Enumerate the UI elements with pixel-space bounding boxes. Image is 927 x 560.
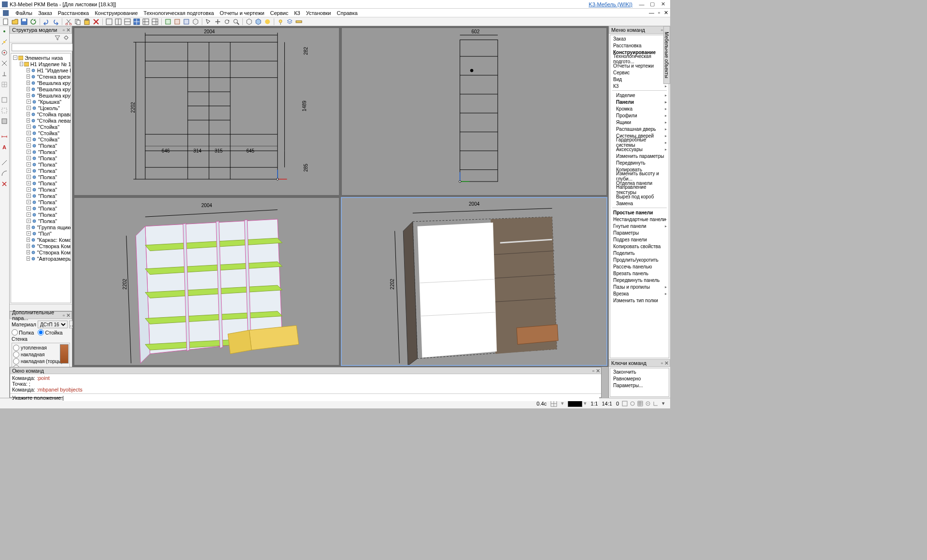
tree-item[interactable]: +"Створка Ком	[11, 243, 70, 249]
view-front-icon[interactable]	[173, 18, 181, 26]
cmd-input[interactable]	[63, 394, 600, 401]
key-item[interactable]: Равномерно	[610, 375, 669, 382]
menu-cmd-item[interactable]: Изменить тип полки	[610, 297, 669, 304]
tree-item[interactable]: −Элементы низа	[11, 55, 70, 61]
sb-grid-icon[interactable]	[636, 400, 644, 407]
menu-cmd-item[interactable]: Кромка	[610, 105, 669, 112]
menu-cmd-item[interactable]: Распашная дверь	[610, 126, 669, 132]
menu-service[interactable]: Сервис	[270, 10, 289, 16]
undo-icon[interactable]	[42, 18, 50, 26]
menu-cmd-item[interactable]: Технологическая подгото...	[610, 56, 669, 62]
mdi-minimize[interactable]: —	[649, 10, 654, 16]
menu-help[interactable]: Справка	[337, 10, 357, 16]
mdi-restore[interactable]: ▫	[658, 10, 660, 16]
menu-cmd-item[interactable]: Ящики	[610, 119, 669, 126]
search-input[interactable]	[12, 43, 76, 51]
tree-item[interactable]: +"Полка"	[11, 205, 70, 211]
snap-endpoint-icon[interactable]	[1, 28, 9, 36]
view-side-icon[interactable]	[183, 18, 190, 26]
menu-tech[interactable]: Технологическая подготовка	[143, 10, 214, 16]
cut-icon[interactable]	[65, 18, 72, 26]
tree-item[interactable]: +"Полка"	[11, 199, 70, 205]
tree-item[interactable]: +"Стойка"	[11, 136, 70, 142]
menu-cmd-item[interactable]: Параметры	[610, 229, 669, 236]
menu-files[interactable]: Файлы	[15, 10, 32, 16]
wiki-link[interactable]: K3-Мебель (WIKI)	[589, 1, 632, 7]
menu-cmd-item[interactable]: Отчеты и чертежи	[610, 62, 669, 69]
menu-cmd-item[interactable]: Передвинуть панель	[610, 277, 669, 283]
menu-cmd-item[interactable]: Продлить/укоротить	[610, 256, 669, 263]
menu-cmd-item[interactable]: Расстановка	[610, 42, 669, 49]
menu-cmd-item[interactable]: Простые панели	[610, 209, 669, 216]
menu-cmd-list[interactable]: ЗаказРасстановкаКонструированиеТехнологи…	[610, 35, 669, 358]
tree-item[interactable]: +"Каркас: Кома	[11, 237, 70, 243]
menu-cmd-item[interactable]: Поделить	[610, 250, 669, 256]
tree-item[interactable]: +"Полка"	[11, 180, 70, 186]
delete-icon[interactable]	[92, 18, 100, 26]
menu-cmd-item[interactable]: К3	[610, 83, 669, 89]
radio-polka[interactable]: Полка	[12, 329, 34, 336]
radio-stoyka[interactable]: Стойка	[38, 329, 62, 336]
menu-cmd-item[interactable]: Профили	[610, 112, 669, 119]
cmd-header[interactable]: Окно команд ▫✕	[10, 367, 601, 374]
cmd-pin-icon[interactable]: ▫	[592, 368, 594, 374]
close-button[interactable]: ✕	[658, 1, 668, 7]
menu-cmd-item[interactable]: Аксессуары	[610, 146, 669, 153]
wireframe-icon[interactable]	[245, 18, 253, 26]
params-pin-icon[interactable]: ▫	[63, 312, 65, 319]
view-top-icon[interactable]	[164, 18, 172, 26]
light-icon[interactable]	[277, 18, 284, 26]
dims-icon[interactable]	[1, 133, 9, 141]
vp1-icon[interactable]	[105, 18, 113, 26]
menu-cmd-item[interactable]: Подрез панели	[610, 236, 669, 243]
menu-cmd-item[interactable]: Направление текстуры	[610, 186, 669, 193]
menu-k3[interactable]: К3	[294, 10, 300, 16]
gear-icon[interactable]	[63, 35, 70, 42]
tree-item[interactable]: +"Стойка"	[11, 130, 70, 136]
menu-cmd-item[interactable]: Врезка	[610, 290, 669, 297]
paste-icon[interactable]	[83, 18, 91, 26]
view-shaded2-icon[interactable]	[1, 118, 9, 126]
tree-item[interactable]: +"Полка"	[11, 211, 70, 218]
tree-item[interactable]: −Н1 Изделие № 1	[11, 61, 70, 67]
menu-cmd-item[interactable]: Вид	[610, 76, 669, 83]
menu-cmd-item[interactable]: Замена	[610, 200, 669, 207]
copy-icon[interactable]	[74, 18, 82, 26]
tree-panel-header[interactable]: Структура модели ▫✕	[10, 26, 72, 34]
minimize-button[interactable]: —	[636, 1, 647, 7]
rotate-icon[interactable]	[223, 18, 231, 26]
menu-cmd-item[interactable]: Изменить параметры	[610, 153, 669, 159]
maximize-button[interactable]: ▢	[647, 1, 658, 7]
filter-icon[interactable]	[55, 35, 61, 42]
tree-item[interactable]: +"Полка"	[11, 174, 70, 180]
tree-item[interactable]: +"Створка Ком	[11, 249, 70, 255]
snap-intersect-icon[interactable]	[1, 60, 9, 68]
tree-item[interactable]: +"Стойка левая	[11, 117, 70, 124]
redo-icon[interactable]	[52, 18, 59, 26]
menu-cmd-item[interactable]: Гнутые панели	[610, 223, 669, 229]
zoom-icon[interactable]	[232, 18, 240, 26]
text-icon[interactable]: A	[1, 144, 9, 152]
vp2-icon[interactable]	[114, 18, 122, 26]
sb-icon1[interactable]	[621, 400, 629, 407]
menu-cmd-item[interactable]: Заказ	[610, 35, 669, 42]
vp6-icon[interactable]	[151, 18, 159, 26]
menu-cmd-item[interactable]: Гардеробные системы	[610, 139, 669, 146]
menu-cmd-item[interactable]: Копировать свойства	[610, 243, 669, 250]
tree-item[interactable]: +"Цоколь"	[11, 105, 70, 111]
vertical-tab[interactable]: Мебельные объекты	[663, 26, 670, 84]
material-select[interactable]: ДСтП 16	[38, 321, 68, 328]
tree-item[interactable]: +"Полка"	[11, 142, 70, 149]
params-header[interactable]: Дополнительные пара... ▫✕	[10, 311, 72, 319]
menu-cmd-item[interactable]: Сервис	[610, 69, 669, 76]
open-icon[interactable]	[11, 18, 19, 26]
vp3-icon[interactable]	[124, 18, 131, 26]
tree-item[interactable]: +"Крышка"	[11, 98, 70, 105]
new-icon[interactable]	[2, 18, 10, 26]
menu-cmd-item[interactable]: Передвинуть	[610, 159, 669, 166]
menu-cmd-item[interactable]: Изменить высоту и глуби...	[610, 173, 669, 180]
pan-icon[interactable]	[214, 18, 222, 26]
tree-item[interactable]: +"Вешалка круг	[11, 92, 70, 98]
menu-reports[interactable]: Отчеты и чертежи	[220, 10, 264, 16]
tree-item[interactable]: +"Полка"	[11, 168, 70, 174]
